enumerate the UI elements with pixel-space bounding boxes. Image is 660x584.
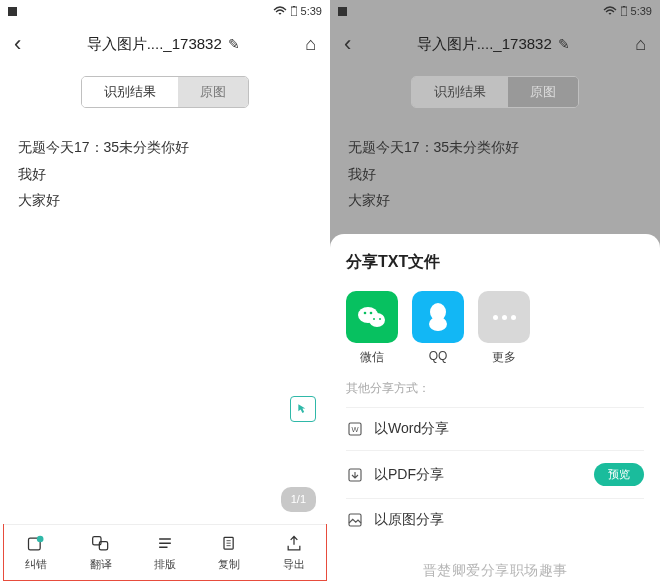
svg-rect-8 <box>623 6 625 7</box>
word-icon: W <box>346 420 364 438</box>
status-time: 5:39 <box>631 5 652 17</box>
svg-point-3 <box>37 535 44 542</box>
watermark: 晋楚卿爱分享职场趣事 <box>423 562 568 580</box>
sheet-title: 分享TXT文件 <box>346 252 644 273</box>
edit-icon[interactable]: ✎ <box>228 36 240 52</box>
svg-text:W: W <box>351 425 359 434</box>
back-icon[interactable]: ‹ <box>14 31 21 57</box>
tab-bar: 识别结果 原图 <box>330 66 660 116</box>
header: ‹ 导入图片...._173832 ✎ ⌂ <box>330 22 660 66</box>
more-icon <box>478 291 530 343</box>
svg-point-13 <box>373 318 375 320</box>
tool-export[interactable]: 导出 <box>262 525 326 580</box>
share-pdf[interactable]: 以PDF分享 预览 <box>346 450 644 498</box>
tool-translate[interactable]: 翻译 <box>68 525 132 580</box>
text-line: 无题今天17：35未分类你好 <box>348 134 642 161</box>
text-line: 无题今天17：35未分类你好 <box>18 134 312 161</box>
battery-icon <box>291 6 297 16</box>
header: ‹ 导入图片...._173832 ✎ ⌂ <box>0 22 330 66</box>
wechat-icon <box>346 291 398 343</box>
share-qq[interactable]: QQ <box>412 291 464 366</box>
wifi-icon <box>603 6 617 16</box>
share-sheet: 分享TXT文件 微信 QQ 更多 其他分享方式： <box>330 234 660 584</box>
back-icon[interactable]: ‹ <box>344 31 351 57</box>
share-word[interactable]: W 以Word分享 <box>346 407 644 450</box>
preview-button[interactable]: 预览 <box>594 463 644 486</box>
share-wechat[interactable]: 微信 <box>346 291 398 366</box>
page-title: 导入图片...._173832 <box>87 35 222 54</box>
svg-point-12 <box>370 312 373 315</box>
pdf-icon <box>346 466 364 484</box>
text-line: 大家好 <box>348 187 642 214</box>
text-line: 我好 <box>18 161 312 188</box>
home-icon[interactable]: ⌂ <box>305 34 316 55</box>
text-line: 大家好 <box>18 187 312 214</box>
tab-original[interactable]: 原图 <box>178 77 248 107</box>
svg-rect-7 <box>621 7 627 16</box>
svg-rect-1 <box>293 6 295 7</box>
tool-layout[interactable]: 排版 <box>133 525 197 580</box>
status-time: 5:39 <box>301 5 322 17</box>
battery-icon <box>621 6 627 16</box>
home-icon[interactable]: ⌂ <box>635 34 646 55</box>
ocr-content[interactable]: 无题今天17：35未分类你好 我好 大家好 1/1 <box>0 116 330 524</box>
edit-icon[interactable]: ✎ <box>558 36 570 52</box>
text-line: 我好 <box>348 161 642 188</box>
share-more[interactable]: 更多 <box>478 291 530 366</box>
tab-result[interactable]: 识别结果 <box>82 77 178 107</box>
wifi-icon <box>273 6 287 16</box>
tool-copy[interactable]: 复制 <box>197 525 261 580</box>
qq-icon <box>412 291 464 343</box>
share-image[interactable]: 以原图分享 <box>346 498 644 541</box>
svg-rect-20 <box>349 514 361 526</box>
tab-bar: 识别结果 原图 <box>0 66 330 116</box>
tool-correct[interactable]: 纠错 <box>4 525 68 580</box>
svg-point-14 <box>379 318 381 320</box>
svg-point-10 <box>369 313 385 327</box>
status-bar: 5:39 <box>0 0 330 22</box>
svg-point-11 <box>364 312 367 315</box>
page-title: 导入图片...._173832 <box>417 35 552 54</box>
svg-point-16 <box>429 317 447 331</box>
status-bar: 5:39 <box>330 0 660 22</box>
page-indicator: 1/1 <box>281 487 316 512</box>
cursor-icon[interactable] <box>290 396 316 422</box>
image-icon <box>346 511 364 529</box>
svg-rect-0 <box>291 7 297 16</box>
tab-result[interactable]: 识别结果 <box>412 77 508 107</box>
tab-original[interactable]: 原图 <box>508 77 578 107</box>
other-methods-label: 其他分享方式： <box>346 380 644 397</box>
bottom-toolbar: 纠错 翻译 排版 复制 导出 <box>4 524 326 580</box>
